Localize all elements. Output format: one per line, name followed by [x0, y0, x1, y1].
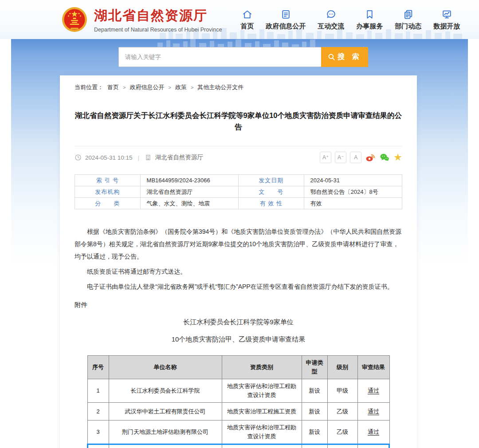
- nav-item-services[interactable]: 办事服务: [356, 9, 383, 31]
- cell-qualification: 地质灾害评估和治理工程勘查设计资质: [222, 444, 302, 448]
- national-emblem-icon: [61, 6, 88, 33]
- meta-label-validity: 有 效 性: [238, 198, 304, 209]
- search-button[interactable]: 搜 索: [321, 47, 368, 67]
- font-increase-button[interactable]: A⁺: [320, 152, 331, 163]
- data-monitor-icon: [441, 9, 452, 20]
- breadcrumb-separator: >: [168, 85, 171, 90]
- site-logo[interactable]: 湖北省自然资源厅 Department of Natural Resources…: [61, 6, 222, 33]
- site-header: 湖北省自然资源厅 Department of Natural Resources…: [0, 0, 479, 39]
- cell-result: 通过: [357, 420, 389, 444]
- article-title: 湖北省自然资源厅关于长江水利委员会长江科学院等9家单位10个地质灾害防治资质申请…: [75, 110, 402, 133]
- meta-label-doc-number: 文 号: [238, 186, 304, 198]
- col-header-apply-type: 申请类型: [302, 356, 327, 379]
- date-source-group: 2024-05-31 10:15 | 湖北省自然资源厅: [75, 153, 203, 161]
- review-result-table: 序号 单位名称 资质类别 申请类型 级别 审查结果 1 长江水利委员会长江科学院…: [87, 355, 390, 448]
- meta-label-issue-date: 发文日期: [238, 175, 304, 186]
- nav-label: 办事服务: [356, 22, 383, 31]
- cell-index: 3: [87, 420, 109, 444]
- col-header-result: 审查结果: [357, 356, 389, 379]
- font-reset-button[interactable]: A: [350, 152, 361, 163]
- nav-label: 互动交流: [318, 22, 344, 31]
- table-header-row: 序号 单位名称 资质类别 申请类型 级别 审查结果: [87, 356, 389, 379]
- meta-value-agency: 湖北省自然资源厅: [140, 186, 238, 198]
- chat-icon: [326, 9, 337, 20]
- col-header-index: 序号: [87, 356, 109, 379]
- article-tools: A⁺ A⁻ A ★: [320, 152, 402, 163]
- cell-level: 乙级: [327, 420, 357, 444]
- nav-label: 首页: [240, 22, 254, 31]
- search-bar: 搜 索: [118, 47, 368, 67]
- nav-item-gov-info[interactable]: 政府信息公开: [266, 9, 306, 31]
- gov-info-icon: [280, 9, 291, 20]
- main-nav: 首页 政府信息公开 互动交流 办事服务 部门动态: [240, 9, 460, 31]
- cell-unit-name: 荆门天地源土地评估勘测有限公司: [109, 420, 222, 444]
- cell-apply-type: 新设: [302, 403, 327, 420]
- attachment-title-line2: 10个地质灾害防治甲、乙级资质申请审查结果: [75, 335, 402, 344]
- breadcrumb-item-other-docs[interactable]: 其他主动公开文件: [197, 83, 243, 91]
- meta-value-index: MB1644959/2024-23066: [140, 175, 238, 186]
- result-link[interactable]: 通过: [368, 428, 379, 435]
- nav-item-interaction[interactable]: 互动交流: [318, 9, 344, 31]
- cell-result: 通过: [357, 379, 389, 403]
- meta-label-category: 分 类: [75, 198, 141, 209]
- breadcrumb-item-gov-info[interactable]: 政府信息公开: [130, 83, 164, 91]
- cell-level: 甲级: [327, 379, 357, 403]
- col-header-unit-name: 单位名称: [109, 356, 222, 379]
- meta-row: 分 类 气象、水文、测绘、地震 有 效 性 有效: [75, 198, 402, 209]
- font-decrease-button[interactable]: A⁻: [335, 152, 346, 163]
- breadcrumb-separator: >: [123, 85, 126, 90]
- result-link[interactable]: 通过: [368, 408, 379, 415]
- source-building-icon: [145, 154, 152, 161]
- cell-qualification: 地质灾害评估和治理工程勘查设计资质: [222, 379, 302, 403]
- search-input[interactable]: [118, 47, 321, 67]
- nav-label: 部门动态: [395, 22, 421, 31]
- nav-item-open-data[interactable]: 数据开放: [433, 9, 460, 31]
- home-icon: [242, 9, 253, 20]
- cell-level: 甲级: [327, 444, 357, 448]
- nav-item-department-news[interactable]: 部门动态: [395, 9, 421, 31]
- paragraph: 根据《地质灾害防治条例》（国务院令第394号）和《地质灾害防治单位资质管理办法》…: [75, 225, 402, 263]
- separator: |: [138, 154, 140, 161]
- table-row-highlighted: 4 湖北永业行评估咨询有限公司 地质灾害评估和治理工程勘查设计资质 新设 甲级 …: [87, 444, 389, 448]
- site-title: 湖北省自然资源厅: [94, 7, 222, 25]
- weibo-share-icon[interactable]: [365, 152, 376, 163]
- paragraph: 纸质资质证书将通过邮寄方式送达。: [75, 265, 402, 278]
- cell-index: 4: [87, 444, 109, 448]
- meta-value-validity: 有效: [304, 198, 402, 209]
- meta-value-doc-number: 鄂自然资公告〔2024〕8号: [304, 186, 402, 198]
- cell-apply-type: 新设: [302, 420, 327, 444]
- meta-label-index: 索 引 号: [75, 175, 141, 186]
- bookmark-icon: [364, 9, 375, 20]
- nav-item-home[interactable]: 首页: [240, 9, 254, 31]
- article-meta-row: 2024-05-31 10:15 | 湖北省自然资源厅 A⁺ A⁻ A: [75, 146, 402, 169]
- cell-result: 通过: [357, 403, 389, 420]
- table-row: 1 长江水利委员会长江科学院 地质灾害评估和治理工程勘查设计资质 新设 甲级 通…: [87, 379, 389, 403]
- content-card: 当前位置： 首页 > 政府信息公开 > 政策 > 其他主动公开文件 湖北省自然资…: [60, 75, 417, 448]
- favorite-star-icon[interactable]: ★: [393, 153, 402, 162]
- meta-value-category: 气象、水文、测绘、地震: [140, 198, 238, 209]
- col-header-level: 级别: [327, 356, 357, 379]
- article-body: 根据《地质灾害防治条例》（国务院令第394号）和《地质灾害防治单位资质管理办法》…: [75, 225, 402, 293]
- search-icon: [327, 53, 336, 61]
- attachment-title-line1: 长江水利委员会长江科学院等9家单位: [75, 318, 402, 326]
- clock-icon: [75, 154, 82, 161]
- documents-icon: [403, 9, 414, 20]
- breadcrumb-separator: >: [191, 85, 193, 90]
- breadcrumb-item-policy[interactable]: 政策: [175, 83, 187, 91]
- col-header-qualification: 资质类别: [222, 356, 302, 379]
- paragraph: 电子证书由单位法人登录“湖北省政务网”或手机“鄂汇办”APP在证照专区查看省自然…: [75, 280, 402, 293]
- wechat-share-icon[interactable]: [379, 152, 390, 163]
- source-name: 湖北省自然资源厅: [155, 153, 203, 161]
- nav-label: 数据开放: [433, 22, 460, 31]
- breadcrumb-item-home[interactable]: 首页: [107, 83, 119, 91]
- attachment-label: 附件: [75, 301, 402, 309]
- document-meta-table: 索 引 号 MB1644959/2024-23066 发文日期 2024-05-…: [75, 174, 402, 209]
- result-link[interactable]: 通过: [368, 387, 379, 394]
- cell-level: 乙级: [327, 403, 357, 420]
- meta-label-agency: 发布机构: [75, 186, 141, 198]
- cell-apply-type: 新设: [302, 379, 327, 403]
- breadcrumb: 当前位置： 首页 > 政府信息公开 > 政策 > 其他主动公开文件: [75, 83, 402, 91]
- cell-index: 1: [87, 379, 109, 403]
- cell-unit-name: 武汉华中岩土工程有限责任公司: [109, 403, 222, 420]
- table-row: 2 武汉华中岩土工程有限责任公司 地质灾害治理工程施工资质 新设 乙级 通过: [87, 403, 389, 420]
